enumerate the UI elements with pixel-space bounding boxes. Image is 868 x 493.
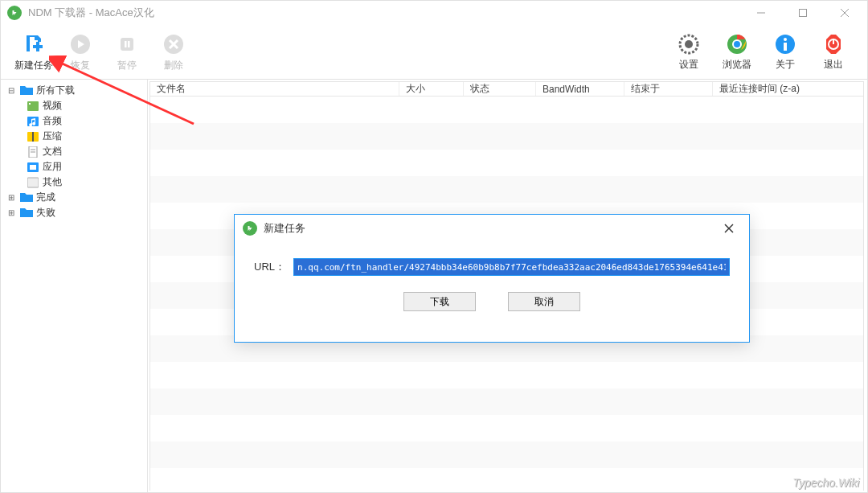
archive-icon	[27, 131, 39, 142]
exit-button[interactable]: 退出	[809, 32, 858, 72]
tree-category-item[interactable]: 应用	[1, 159, 147, 175]
delete-icon	[161, 31, 186, 57]
table-row	[150, 150, 863, 176]
table-row	[150, 468, 863, 493]
tree-category-item[interactable]: 其他	[1, 175, 147, 190]
svg-point-17	[734, 41, 740, 47]
table-row	[150, 362, 863, 388]
gear-icon	[677, 32, 701, 56]
svg-rect-24	[29, 103, 31, 105]
svg-rect-20	[784, 43, 787, 51]
new-task-label: 新建任务	[14, 59, 53, 72]
tree-category-label: 压缩	[43, 129, 62, 143]
video-icon	[27, 101, 39, 112]
table-header: 文件名大小状态BandWidth结束于最近连接时间 (z-a)	[150, 82, 863, 97]
about-label: 关于	[776, 58, 795, 72]
table-row	[150, 97, 863, 123]
table-row	[150, 415, 863, 442]
close-button[interactable]	[829, 2, 861, 24]
column-header[interactable]: 结束于	[624, 82, 713, 96]
url-label: URL：	[254, 260, 285, 274]
tree-category-item[interactable]: 压缩	[1, 129, 147, 144]
table-row	[150, 123, 863, 150]
dialog-titlebar: 新建任务	[235, 215, 749, 242]
tree-category-label: 应用	[43, 160, 62, 174]
title-bar: NDM 下载器 - MacAce汉化	[1, 1, 867, 25]
chrome-icon	[725, 32, 749, 56]
column-header[interactable]: 最近连接时间 (z-a)	[713, 82, 850, 96]
other-icon	[27, 177, 39, 188]
resume-button[interactable]: 恢复	[57, 31, 104, 72]
tree-category-item[interactable]: 文档	[1, 144, 147, 159]
svg-rect-5	[36, 42, 39, 51]
browser-label: 浏览器	[723, 58, 751, 72]
new-task-button[interactable]: 新建任务	[10, 31, 57, 72]
column-header[interactable]: 大小	[399, 82, 464, 96]
delete-button[interactable]: 删除	[150, 31, 197, 72]
svg-rect-1	[800, 10, 807, 17]
table-row	[150, 388, 863, 415]
window-title: NDM 下载器 - MacAce汉化	[28, 6, 154, 20]
about-button[interactable]: 关于	[761, 32, 809, 72]
cancel-button[interactable]: 取消	[508, 292, 580, 311]
url-input[interactable]	[293, 258, 730, 276]
tree-category-label: 视频	[43, 99, 62, 113]
table-row	[150, 176, 863, 203]
audio-icon	[27, 116, 39, 127]
dialog-title-text: 新建任务	[264, 221, 305, 236]
info-icon	[773, 32, 797, 56]
play-icon	[68, 31, 93, 57]
svg-rect-8	[125, 41, 127, 47]
settings-button[interactable]: 设置	[665, 32, 713, 72]
folder-icon	[20, 84, 33, 97]
svg-point-19	[784, 38, 787, 41]
new-task-icon	[21, 31, 47, 57]
sidebar-tree: ⊟ 所有下载 视频音频压缩文档应用其他 ⊞ 完成 ⊞ 失败	[1, 80, 148, 492]
pause-button[interactable]: 暂停	[104, 31, 150, 72]
tree-failed[interactable]: ⊞ 失败	[1, 205, 147, 220]
tree-completed-label: 完成	[36, 191, 55, 204]
svg-rect-9	[128, 41, 130, 47]
column-header[interactable]: BandWidth	[536, 82, 624, 96]
column-header[interactable]: 状态	[464, 82, 536, 96]
app-icon	[7, 6, 22, 20]
pause-icon	[114, 31, 140, 57]
toolbar: 新建任务 恢复 暂停 删除 设置 浏览器 关于	[1, 25, 867, 80]
table-row	[150, 442, 863, 468]
maximize-button[interactable]	[787, 2, 819, 24]
minimize-button[interactable]	[745, 2, 777, 24]
pause-label: 暂停	[117, 59, 137, 72]
tree-category-item[interactable]: 视频	[1, 98, 147, 113]
doc-icon	[27, 146, 39, 158]
new-task-dialog: 新建任务 URL： 下载 取消	[234, 214, 750, 343]
download-button[interactable]: 下载	[403, 292, 476, 311]
tree-failed-label: 失败	[36, 206, 55, 220]
dialog-close-button[interactable]	[717, 217, 741, 240]
tree-category-label: 音频	[43, 114, 62, 128]
svg-point-14	[685, 40, 693, 48]
svg-rect-7	[121, 38, 133, 51]
expand-icon[interactable]: ⊞	[6, 207, 17, 219]
collapse-icon[interactable]: ⊟	[6, 85, 17, 97]
browser-button[interactable]: 浏览器	[713, 32, 761, 72]
exit-label: 退出	[824, 58, 843, 72]
folder-icon	[20, 191, 33, 204]
expand-icon[interactable]: ⊞	[6, 192, 17, 203]
tree-category-item[interactable]: 音频	[1, 113, 147, 129]
app-icon	[27, 162, 39, 173]
tree-category-label: 文档	[43, 145, 62, 158]
tree-category-label: 其他	[43, 175, 62, 189]
svg-rect-33	[27, 178, 39, 187]
svg-rect-32	[30, 165, 36, 170]
tree-all-downloads[interactable]: ⊟ 所有下载	[1, 83, 147, 98]
column-header[interactable]: 文件名	[150, 82, 399, 96]
folder-icon	[20, 207, 33, 220]
svg-rect-23	[27, 101, 39, 111]
resume-label: 恢复	[71, 59, 90, 72]
dialog-app-icon	[243, 221, 257, 236]
power-icon	[821, 32, 845, 56]
tree-completed[interactable]: ⊞ 完成	[1, 190, 147, 205]
svg-rect-27	[32, 132, 34, 142]
tree-all-label: 所有下载	[36, 84, 75, 97]
delete-label: 删除	[164, 59, 183, 72]
